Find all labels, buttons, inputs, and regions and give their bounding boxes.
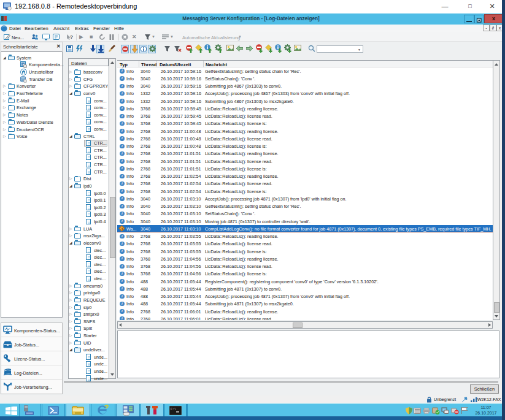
- svg-text:?: ?: [70, 34, 73, 40]
- svg-text:C:\: C:\: [171, 408, 176, 411]
